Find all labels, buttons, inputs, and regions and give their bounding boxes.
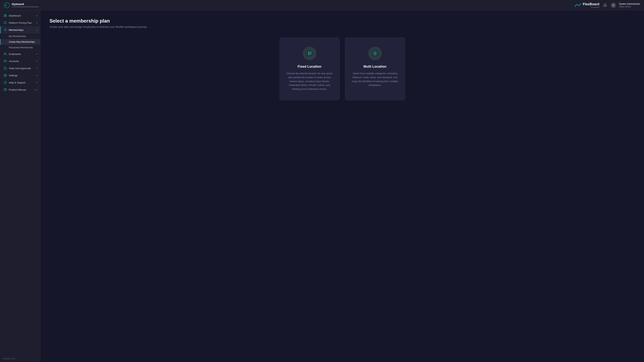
- sidebar-sub-requested-membership[interactable]: Requested Membership: [0, 45, 40, 50]
- app-header: S Stylework Un-conventional Smart Worksp…: [0, 0, 644, 10]
- pricing-label: Platform Pricing Plan: [9, 21, 34, 24]
- flexboard-text-block: FlexBoard by connect: [583, 2, 600, 8]
- svg-point-10: [5, 29, 6, 30]
- pricing-icon: [4, 21, 7, 24]
- employees-chevron: ▾: [36, 53, 37, 55]
- memberships-label: Memberships: [9, 28, 34, 31]
- svg-point-2: [613, 4, 614, 5]
- svg-point-30: [374, 52, 374, 53]
- multi-location-card[interactable]: Multi Location Select from multiple cate…: [345, 37, 405, 100]
- fixed-location-icon: [306, 50, 313, 57]
- flexboard-label: FlexBoard: [583, 2, 600, 6]
- svg-rect-25: [309, 54, 309, 54]
- stylework-logo-icon: S: [4, 2, 10, 8]
- sidebar-item-accounts[interactable]: Accounts ▾: [0, 57, 40, 65]
- svg-point-11: [4, 53, 5, 54]
- svg-rect-6: [4, 16, 5, 17]
- svg-rect-7: [4, 22, 6, 23]
- visits-icon: [4, 66, 7, 70]
- sidebar-item-pricing[interactable]: Platform Pricing Plan ▾: [0, 19, 40, 26]
- user-avatar: [611, 3, 616, 8]
- svg-rect-3: [4, 14, 5, 15]
- multi-location-title: Multi Location: [364, 65, 386, 69]
- user-name: System Administrator: [619, 3, 640, 6]
- multi-location-desc: Select from multiple categories, includi…: [351, 72, 399, 87]
- dashboard-icon: [4, 14, 7, 17]
- page-title: Select a membership plan: [50, 18, 635, 24]
- svg-text:S: S: [5, 4, 7, 7]
- dashboard-label: Dashboard: [9, 14, 34, 17]
- accounts-label: Accounts: [9, 60, 34, 63]
- user-info: System Administrator (Super Admin): [619, 3, 640, 8]
- sidebar-item-settings[interactable]: Settings ▾: [0, 72, 40, 79]
- app-tagline: Un-conventional Smart Workspaces: [12, 6, 38, 8]
- manual-label: Product Manual: [9, 88, 31, 91]
- svg-point-29: [375, 53, 376, 54]
- bell-icon: [603, 3, 607, 7]
- header-logo: S Stylework Un-conventional Smart Worksp…: [4, 2, 38, 8]
- page-subtitle: Create your plan and assign employees to…: [50, 25, 635, 28]
- employees-label: Employees: [9, 53, 34, 55]
- notifications-button[interactable]: [602, 3, 608, 8]
- fixed-location-desc: Choose the desired duration for any spac…: [286, 72, 334, 91]
- svg-rect-4: [6, 14, 6, 15]
- app-body: Dashboard ▾ Platform Pricing Plan ▾: [0, 10, 644, 362]
- svg-rect-24: [309, 53, 310, 53]
- requested-membership-label: Requested Membership: [9, 46, 33, 49]
- sidebar-item-manual[interactable]: Product Manual v1.0: [0, 86, 40, 93]
- multi-location-icon-wrapper: [368, 47, 382, 60]
- help-chevron: ▾: [36, 82, 37, 84]
- accounts-icon: [4, 59, 7, 63]
- svg-rect-26: [309, 54, 310, 54]
- memberships-chevron: ▴: [36, 29, 37, 31]
- svg-rect-23: [309, 53, 309, 53]
- employees-icon: [4, 52, 7, 56]
- svg-point-31: [376, 54, 376, 54]
- visits-label: Visits And Approvals: [9, 67, 34, 70]
- app-name: Stylework: [12, 3, 38, 6]
- sidebar: Dashboard ▾ Platform Pricing Plan ▾: [0, 10, 40, 362]
- manual-icon: [4, 88, 7, 91]
- header-right: FlexBoard by connect System Administrato…: [574, 2, 640, 8]
- settings-icon: [4, 74, 7, 77]
- create-memberships-label: Create New Memberships: [9, 41, 35, 43]
- svg-rect-20: [308, 51, 309, 53]
- sidebar-item-memberships[interactable]: Memberships ▴: [0, 26, 40, 33]
- sidebar-nav: Dashboard ▾ Platform Pricing Plan ▾: [0, 10, 40, 355]
- logo-text-block: Stylework Un-conventional Smart Workspac…: [12, 3, 38, 8]
- sidebar-item-help[interactable]: Help & Support ▾: [0, 79, 40, 86]
- sidebar-item-employees[interactable]: Employees ▾: [0, 50, 40, 57]
- svg-rect-12: [4, 60, 6, 62]
- flexboard-sub: by connect: [583, 6, 600, 8]
- flexboard-brand: FlexBoard by connect: [574, 2, 600, 8]
- fixed-location-card[interactable]: Fixed Location Choose the desired durati…: [280, 37, 340, 100]
- sidebar-sub-my-memberships[interactable]: My Memberships: [0, 33, 40, 39]
- svg-point-22: [310, 52, 311, 53]
- svg-rect-5: [6, 16, 6, 17]
- svg-point-14: [5, 75, 6, 76]
- sidebar-version: Version 2.0.0: [0, 355, 40, 362]
- accounts-chevron: ▾: [36, 60, 37, 62]
- sidebar-item-visits[interactable]: Visits And Approvals ▾: [0, 65, 40, 72]
- settings-chevron: ▾: [36, 74, 37, 76]
- visits-chevron: ▾: [36, 67, 37, 69]
- help-icon: [4, 81, 7, 84]
- sidebar-sub-create-memberships[interactable]: Create New Memberships: [0, 39, 40, 45]
- help-label: Help & Support: [9, 81, 34, 84]
- user-icon: [612, 4, 615, 7]
- settings-label: Settings: [9, 74, 34, 77]
- fixed-location-title: Fixed Location: [298, 65, 322, 69]
- my-memberships-label: My Memberships: [9, 35, 26, 37]
- user-role: (Super Admin): [619, 6, 640, 8]
- fixed-location-icon-wrapper: [303, 47, 316, 60]
- dashboard-chevron: ▾: [36, 15, 37, 17]
- plan-cards-container: Fixed Location Choose the desired durati…: [50, 37, 635, 100]
- main-content: Select a membership plan Create your pla…: [40, 10, 644, 362]
- pricing-chevron: ▾: [36, 22, 37, 24]
- memberships-icon: [4, 28, 7, 31]
- multi-location-icon: [371, 50, 379, 57]
- flexboard-logo-icon: [574, 3, 581, 8]
- sidebar-item-dashboard[interactable]: Dashboard ▾: [0, 12, 40, 19]
- manual-badge: v1.0: [34, 89, 37, 91]
